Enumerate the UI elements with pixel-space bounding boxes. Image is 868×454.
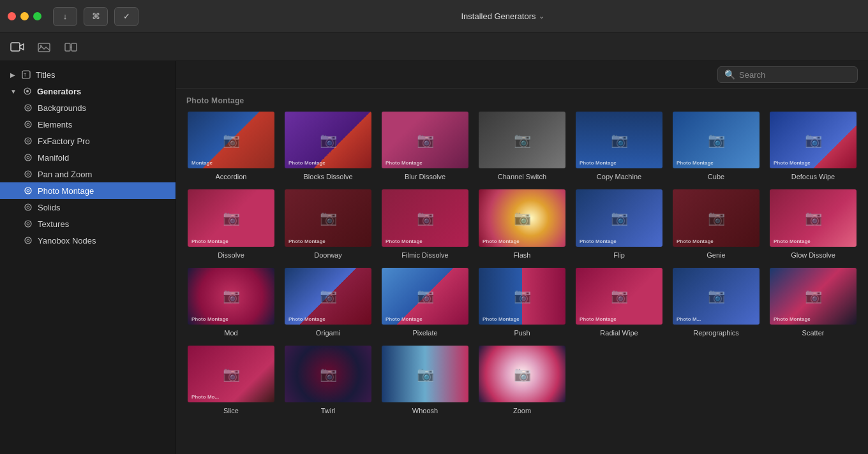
thumb-channel-switch: 📷 bbox=[477, 110, 567, 170]
text-overlay-radial-wipe: Photo Montage bbox=[580, 316, 617, 322]
sidebar-item-generators[interactable]: ▼ Generators bbox=[0, 83, 176, 99]
camera-icon-push: 📷 bbox=[514, 288, 531, 304]
grid-item-blocks-dissolve[interactable]: 📷Photo MontageBlocks Dissolve bbox=[283, 110, 373, 180]
check-button[interactable]: ✓ bbox=[114, 7, 138, 26]
thumb-flip: 📷Photo Montage bbox=[574, 188, 664, 247]
svg-point-10 bbox=[26, 90, 29, 92]
main-layout: ▶ T Titles ▼ Generators Backgrounds Ele bbox=[0, 61, 868, 454]
svg-point-12 bbox=[27, 106, 29, 109]
grid-item-whoosh[interactable]: 📷Whoosh bbox=[380, 344, 470, 414]
grid-item-dissolve[interactable]: 📷Photo MontageDissolve bbox=[186, 188, 276, 258]
sidebar-item-titles[interactable]: ▶ T Titles bbox=[0, 66, 176, 83]
sidebar-item-photo-montage[interactable]: Photo Montage bbox=[0, 182, 176, 199]
close-button[interactable] bbox=[8, 12, 16, 20]
svg-point-11 bbox=[25, 105, 31, 111]
key-button[interactable]: ⌘ bbox=[84, 7, 108, 26]
grid-item-genie[interactable]: 📷Photo MontageGenie bbox=[671, 188, 761, 258]
svg-point-17 bbox=[25, 154, 31, 161]
item-label-scatter: Scatter bbox=[802, 329, 825, 337]
yanobox-icon bbox=[23, 235, 33, 245]
fullscreen-button[interactable] bbox=[33, 12, 41, 20]
sidebar-item-backgrounds[interactable]: Backgrounds bbox=[0, 99, 176, 116]
sidebar-item-manifold[interactable]: Manifold bbox=[0, 149, 176, 166]
svg-point-21 bbox=[25, 187, 31, 194]
text-overlay-push: Photo Montage bbox=[483, 316, 520, 322]
effects-grid: 📷MontageAccordion📷Photo MontageBlocks Di… bbox=[186, 110, 858, 414]
tabbar bbox=[0, 33, 868, 61]
camera-icon-flip: 📷 bbox=[611, 210, 628, 226]
item-label-channel-switch: Channel Switch bbox=[498, 173, 546, 180]
sidebar-item-solids[interactable]: Solids bbox=[0, 199, 176, 216]
grid-item-mod[interactable]: 📷Photo MontageMod bbox=[186, 267, 276, 337]
transitions-tab[interactable] bbox=[59, 37, 83, 57]
photo-montage-label: Photo Montage bbox=[38, 186, 94, 196]
grid-item-zoom[interactable]: 📷Zoom bbox=[477, 344, 567, 414]
grid-item-flash[interactable]: 📷Photo MontageFlash bbox=[477, 188, 567, 258]
sidebar-item-textures[interactable]: Textures bbox=[0, 216, 176, 232]
generators-label: Generators bbox=[37, 87, 81, 96]
svg-point-27 bbox=[25, 237, 31, 244]
grid-item-reprographics[interactable]: 📷Photo M...Reprographics bbox=[671, 267, 761, 337]
key-icon: ⌘ bbox=[92, 11, 100, 21]
solids-label: Solids bbox=[38, 203, 60, 212]
content-header: 🔍 bbox=[176, 61, 868, 89]
grid-item-slice[interactable]: 📷Photo Mo...Slice bbox=[186, 344, 276, 414]
camera-icon-blocks-dissolve: 📷 bbox=[320, 132, 337, 149]
camera-icon-doorway: 📷 bbox=[320, 210, 337, 226]
grid-item-push[interactable]: 📷Photo MontagePush bbox=[477, 267, 567, 337]
text-overlay-flash: Photo Montage bbox=[483, 238, 520, 244]
svg-rect-5 bbox=[71, 43, 77, 51]
camera-icon-radial-wipe: 📷 bbox=[611, 288, 628, 304]
camera-icon-slice: 📷 bbox=[223, 366, 240, 383]
text-overlay-genie: Photo Montage bbox=[677, 238, 714, 244]
grid-item-flip[interactable]: 📷Photo MontageFlip bbox=[574, 188, 664, 258]
thumb-zoom: 📷 bbox=[477, 344, 567, 404]
download-icon: ↓ bbox=[63, 11, 68, 21]
grid-item-channel-switch[interactable]: 📷Channel Switch bbox=[477, 110, 567, 180]
grid-item-twirl[interactable]: 📷Twirl bbox=[283, 344, 373, 414]
camera-icon-copy-machine: 📷 bbox=[611, 132, 628, 149]
elements-label: Elements bbox=[38, 120, 72, 129]
minimize-button[interactable] bbox=[20, 12, 29, 20]
grid-item-radial-wipe[interactable]: 📷Photo MontageRadial Wipe bbox=[574, 267, 664, 337]
item-label-doorway: Doorway bbox=[314, 251, 341, 259]
thumb-glow-dissolve: 📷Photo Montage bbox=[768, 188, 858, 247]
thumb-genie: 📷Photo Montage bbox=[671, 188, 761, 247]
grid-item-pixelate[interactable]: 📷Photo MontagePixelate bbox=[380, 267, 470, 337]
fxfactory-icon bbox=[23, 136, 33, 146]
search-input[interactable] bbox=[739, 70, 851, 80]
camera-icon-mod: 📷 bbox=[223, 288, 240, 304]
search-box[interactable]: 🔍 bbox=[717, 66, 858, 83]
download-button[interactable]: ↓ bbox=[53, 7, 77, 26]
grid-item-filmic-dissolve[interactable]: 📷Photo MontageFilmic Dissolve bbox=[380, 188, 470, 258]
chevron-icon: ⌄ bbox=[539, 12, 544, 20]
sidebar-item-pan-and-zoom[interactable]: Pan and Zoom bbox=[0, 166, 176, 182]
video-tab[interactable] bbox=[5, 37, 29, 57]
traffic-lights bbox=[8, 12, 41, 20]
grid-item-accordion[interactable]: 📷MontageAccordion bbox=[186, 110, 276, 180]
svg-point-13 bbox=[25, 121, 31, 128]
thumb-accordion: 📷Montage bbox=[186, 110, 276, 170]
thumb-doorway: 📷Photo Montage bbox=[283, 188, 373, 247]
svg-point-25 bbox=[25, 221, 31, 227]
item-label-whoosh: Whoosh bbox=[412, 407, 438, 414]
photo-tab[interactable] bbox=[32, 37, 56, 57]
grid-item-doorway[interactable]: 📷Photo MontageDoorway bbox=[283, 188, 373, 258]
grid-item-defocus-wipe[interactable]: 📷Photo MontageDefocus Wipe bbox=[768, 110, 858, 180]
grid-item-origami[interactable]: 📷Photo MontageOrigami bbox=[283, 267, 373, 337]
item-label-radial-wipe: Radial Wipe bbox=[600, 329, 638, 337]
text-overlay-blocks-dissolve: Photo Montage bbox=[288, 160, 326, 166]
grid-item-copy-machine[interactable]: 📷Photo MontageCopy Machine bbox=[574, 110, 664, 180]
backgrounds-icon bbox=[23, 103, 33, 113]
sidebar-item-yanobox[interactable]: Yanobox Nodes bbox=[0, 232, 176, 249]
sidebar-item-elements[interactable]: Elements bbox=[0, 116, 176, 133]
sidebar-item-fxfactory[interactable]: FxFactory Pro bbox=[0, 133, 176, 149]
grid-item-scatter[interactable]: 📷Photo MontageScatter bbox=[768, 267, 858, 337]
text-overlay-origami: Photo Montage bbox=[288, 316, 326, 322]
svg-point-14 bbox=[27, 123, 29, 126]
grid-item-cube[interactable]: 📷Photo MontageCube bbox=[671, 110, 761, 180]
grid-item-glow-dissolve[interactable]: 📷Photo MontageGlow Dissolve bbox=[768, 188, 858, 258]
expand-arrow-generators: ▼ bbox=[10, 88, 17, 95]
text-overlay-accordion: Montage bbox=[191, 160, 213, 166]
grid-item-blur-dissolve[interactable]: 📷Photo MontageBlur Dissolve bbox=[380, 110, 470, 180]
